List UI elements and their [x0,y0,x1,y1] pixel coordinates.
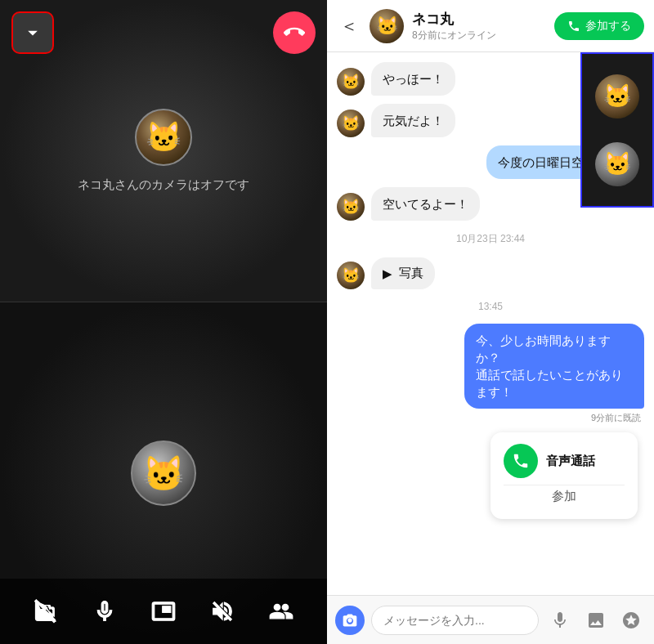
sticker-input-button[interactable] [616,606,646,635]
call-card-top: 音声通話 [504,444,625,478]
collapse-button[interactable] [11,11,54,54]
call-notification-card: 音声通話 参加 [490,432,638,519]
voice-call-icon [504,444,538,478]
timestamp: 10月23日 23:44 [337,232,644,246]
chat-input-bar [327,595,654,644]
remote-avatar: 🐱 [135,109,192,166]
image-icon [586,610,606,630]
chevron-down-icon [21,21,44,44]
join-btn-label: 参加する [585,19,631,34]
sticker-icon [621,610,641,630]
photo-label: 写真 [399,266,423,281]
remote-video: 🐱 ネコ丸さんのカメラはオフです [0,0,327,302]
cat-emoji-top: 🐱 [146,120,182,154]
message-input[interactable] [371,606,539,635]
video-call-panel: 🐱 ネコ丸さんのカメラはオフです 🐱 [0,0,327,644]
back-button[interactable]: ＜ [337,11,361,42]
sender-avatar: 🐱 [337,68,365,96]
message-bubble-sent-blue: 今、少しお時間ありますか？通話で話したいことがあります！ [464,324,644,409]
message-bubble: 元気だよ！ [371,104,455,137]
message-bubble: やっほー！ [371,62,455,96]
sender-avatar: 🐱 [337,110,365,137]
message-row-sent: 今、少しお時間ありますか？通話で話したいことがあります！ [337,324,644,409]
end-call-button[interactable] [273,11,316,54]
volume-off-icon [210,599,235,624]
contact-info: ネコ丸 8分前にオンライン [412,10,546,42]
join-call-label[interactable]: 参加 [504,485,625,508]
mic-input-icon [550,610,570,630]
mic-input-button[interactable] [545,606,575,635]
sender-avatar: 🐱 [337,262,365,289]
overlay-avatar-1: 🐱 [595,74,639,119]
camera-input-button[interactable] [335,606,365,635]
image-input-button[interactable] [581,606,611,635]
local-avatar: 🐱 [131,441,196,506]
chat-panel: ＜ 🐱 ネコ丸 8分前にオンライン 参加する 🐱 🐱 🐱 やっほー！ 🐱 元気だ… [327,0,654,644]
mute-button[interactable] [203,592,242,631]
voice-call-label: 音声通話 [546,454,595,469]
floating-video-overlay[interactable]: 🐱 🐱 [580,52,654,208]
add-user-button[interactable] [262,592,301,631]
camera-toggle-button[interactable] [26,592,65,631]
camera-icon [342,612,358,628]
add-user-icon [269,599,293,624]
overlay-avatar-2: 🐱 [595,142,639,186]
pip-button[interactable] [144,592,183,631]
sender-avatar: 🐱 [337,193,365,221]
pip-icon [151,599,176,624]
timestamp: 13:45 [337,301,644,312]
chat-header: ＜ 🐱 ネコ丸 8分前にオンライン 参加する [327,0,654,52]
message-bubble: 空いてるよー！ [371,187,480,221]
message-row: 🐱 ▶ 写真 [337,257,644,289]
cat-emoji-bottom: 🐱 [142,454,185,494]
mic-button[interactable] [85,592,124,631]
mic-icon [92,599,117,624]
camera-off-icon [34,599,58,624]
online-status: 8分前にオンライン [412,29,546,42]
phone-icon [567,20,580,33]
read-receipt: 9分前に既読 [337,412,641,424]
contact-avatar: 🐱 [370,9,404,43]
play-icon: ▶ [383,266,392,281]
phone-icon [512,452,530,470]
photo-bubble[interactable]: ▶ 写真 [371,257,435,289]
camera-off-label: ネコ丸さんのカメラはオフです [78,177,249,193]
join-call-button[interactable]: 参加する [554,12,644,40]
end-call-icon [284,22,305,43]
contact-name: ネコ丸 [412,10,546,29]
call-controls-bar [0,579,327,644]
